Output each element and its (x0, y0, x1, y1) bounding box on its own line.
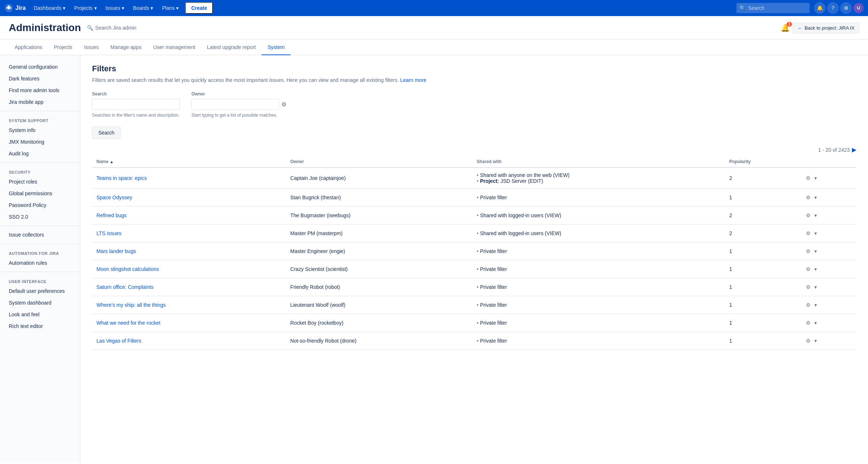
action-chevron-icon[interactable]: ▾ (813, 174, 818, 182)
action-chevron-icon[interactable]: ▾ (813, 193, 818, 202)
sidebar-item-project-roles[interactable]: Project roles (0, 176, 80, 188)
action-gear-icon[interactable]: ⚙ (804, 193, 812, 202)
filter-popularity-cell: 1 (725, 242, 800, 260)
filter-search-input[interactable] (92, 99, 180, 110)
filter-name-link[interactable]: Mars lander bugs (96, 248, 136, 254)
sidebar-item-audit-log[interactable]: Audit log (0, 148, 80, 159)
action-cell: ⚙▾ (804, 193, 852, 202)
filter-action-cell: ⚙▾ (800, 296, 856, 314)
sidebar-item-system-dashboard[interactable]: System dashboard (0, 297, 80, 309)
filter-name-link[interactable]: What we need for the rocket (96, 320, 160, 326)
create-button[interactable]: Create (185, 2, 213, 14)
sidebar-item-jira-mobile[interactable]: Jira mobile app (0, 96, 80, 108)
notification-badge[interactable]: 🔔 1 (781, 23, 790, 32)
filter-name-link[interactable]: Space Odyssey (96, 195, 132, 200)
global-search-input[interactable] (736, 3, 810, 13)
nav-projects[interactable]: Projects ▾ (71, 3, 100, 13)
owner-input[interactable] (191, 99, 279, 110)
nav-plans[interactable]: Plans ▾ (158, 3, 182, 13)
action-chevron-icon[interactable]: ▾ (813, 247, 818, 256)
help-button[interactable]: ? (827, 2, 839, 14)
sidebar-item-rich-text-editor[interactable]: Rich text editor (0, 320, 80, 332)
chevron-down-icon: ▾ (122, 5, 124, 11)
action-gear-icon[interactable]: ⚙ (804, 265, 812, 274)
action-chevron-icon[interactable]: ▾ (813, 229, 818, 238)
filter-name-link[interactable]: Teams in space: epics (96, 175, 147, 181)
tab-issues[interactable]: Issues (78, 40, 104, 55)
action-gear-icon[interactable]: ⚙ (804, 301, 812, 309)
sidebar-divider-2 (0, 162, 80, 163)
tab-manage-apps[interactable]: Manage apps (105, 40, 148, 55)
action-gear-icon[interactable]: ⚙ (804, 318, 812, 327)
action-gear-icon[interactable]: ⚙ (804, 211, 812, 220)
action-chevron-icon[interactable]: ▾ (813, 301, 818, 309)
col-name[interactable]: Name ▲ (92, 156, 286, 167)
shared-text: Private filter (480, 284, 507, 290)
filter-name-link[interactable]: Where's my ship: all the things (96, 302, 165, 308)
filter-name-link[interactable]: Saturn office: Complaints (96, 284, 153, 290)
filter-name-link[interactable]: LTS issues (96, 230, 121, 236)
sidebar-item-find-more-admin[interactable]: Find more admin tools (0, 84, 80, 96)
notifications-button[interactable]: 🔔 (814, 2, 826, 14)
filter-action-cell: ⚙▾ (800, 314, 856, 332)
tab-latest-upgrade[interactable]: Latest upgrade report (201, 40, 262, 55)
sidebar-item-system-info[interactable]: System info (0, 124, 80, 136)
filter-action-cell: ⚙▾ (800, 242, 856, 260)
filter-form: Search Searches in the filter's name and… (92, 91, 856, 139)
sidebar-item-dark-features[interactable]: Dark features (0, 73, 80, 84)
sidebar-item-issue-collectors[interactable]: Issue collectors (0, 229, 80, 241)
nav-dashboards[interactable]: Dashboards ▾ (30, 3, 69, 13)
nav-boards[interactable]: Boards ▾ (129, 3, 157, 13)
shared-item: • Shared with logged-in users (VIEW) (477, 212, 720, 218)
filter-owner-cell: Master Engineer (engie) (286, 242, 472, 260)
bullet-icon: • (477, 195, 479, 200)
pagination-next-button[interactable]: ▶ (852, 146, 856, 153)
sidebar-section-system-support: SYSTEM SUPPORT (0, 114, 80, 124)
learn-more-link[interactable]: Learn more (400, 77, 427, 83)
action-chevron-icon[interactable]: ▾ (813, 211, 818, 220)
search-icon: 🔍 (87, 25, 93, 31)
action-chevron-icon[interactable]: ▾ (813, 318, 818, 327)
action-chevron-icon[interactable]: ▾ (813, 265, 818, 274)
tab-user-management[interactable]: User management (147, 40, 201, 55)
bullet-icon: • (477, 248, 479, 254)
jira-logo[interactable]: Jira (4, 4, 26, 12)
action-gear-icon[interactable]: ⚙ (804, 174, 812, 182)
filter-shared-cell: • Shared with logged-in users (VIEW) (472, 225, 725, 242)
action-gear-icon[interactable]: ⚙ (804, 229, 812, 238)
search-button[interactable]: Search (92, 127, 121, 139)
sidebar-item-password-policy[interactable]: Password Policy (0, 199, 80, 211)
filter-name-link[interactable]: Moon slingshot calculations (96, 266, 159, 272)
action-gear-icon[interactable]: ⚙ (804, 283, 812, 291)
sidebar-item-general-configuration[interactable]: General configuration (0, 61, 80, 73)
filter-name-link[interactable]: Las Vegas of Filters (96, 338, 141, 344)
action-gear-icon[interactable]: ⚙ (804, 336, 812, 345)
settings-button[interactable]: ⚙ (840, 2, 852, 14)
admin-search-link[interactable]: 🔍 Search Jira admin (87, 25, 137, 31)
filter-popularity-cell: 1 (725, 260, 800, 278)
user-avatar[interactable]: U (853, 3, 864, 13)
filter-popularity-cell: 2 (725, 167, 800, 189)
sidebar-item-sso[interactable]: SSO 2.0 (0, 211, 80, 223)
sidebar-item-global-permissions[interactable]: Global permissions (0, 188, 80, 199)
nav-issues[interactable]: Issues ▾ (102, 3, 128, 13)
shared-item: • Private filter (477, 320, 720, 326)
action-gear-icon[interactable]: ⚙ (804, 247, 812, 256)
tab-applications[interactable]: Applications (9, 40, 48, 55)
back-to-project-button[interactable]: ← Back to project: JIRA IX (793, 23, 859, 33)
table-row: LTS issuesMaster PM (masterpm)• Shared w… (92, 225, 856, 242)
tab-system[interactable]: System (262, 40, 290, 55)
action-cell: ⚙▾ (804, 336, 852, 345)
action-cell: ⚙▾ (804, 247, 852, 256)
tab-projects[interactable]: Projects (48, 40, 79, 55)
action-chevron-icon[interactable]: ▾ (813, 336, 818, 345)
pagination-text: 1 - 20 of 2423 (818, 147, 850, 153)
filter-name-cell: Teams in space: epics (92, 167, 286, 189)
sidebar-item-automation-rules[interactable]: Automation rules (0, 257, 80, 269)
owner-gear-icon[interactable]: ⚙ (281, 101, 286, 108)
sidebar-item-jmx-monitoring[interactable]: JMX Monitoring (0, 136, 80, 148)
action-chevron-icon[interactable]: ▾ (813, 283, 818, 291)
sidebar-item-look-and-feel[interactable]: Look and feel (0, 309, 80, 320)
sidebar-item-default-user-prefs[interactable]: Default user preferences (0, 285, 80, 297)
filter-name-link[interactable]: Refined bugs (96, 212, 127, 218)
